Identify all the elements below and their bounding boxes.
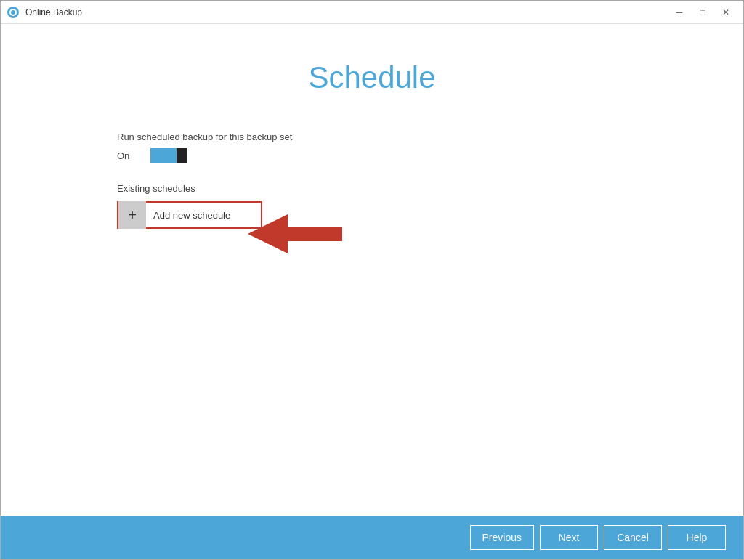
previous-button[interactable]: Previous xyxy=(470,525,534,550)
plus-icon: + xyxy=(118,201,146,229)
maximize-button[interactable]: □ xyxy=(691,1,714,23)
toggle-fill xyxy=(150,148,178,163)
add-schedule-button[interactable]: + Add new schedule xyxy=(117,201,262,229)
existing-schedules-label: Existing schedules xyxy=(117,183,627,194)
toggle-state-label: On xyxy=(117,150,139,161)
app-icon xyxy=(7,6,20,19)
app-window: Online Backup ─ □ ✕ Schedule Run schedul… xyxy=(0,0,744,560)
add-schedule-label: Add new schedule xyxy=(146,210,230,221)
page-title: Schedule xyxy=(117,60,627,95)
minimize-button[interactable]: ─ xyxy=(668,1,691,23)
footer: Previous Next Cancel Help xyxy=(1,516,743,559)
run-scheduled-label: Run scheduled backup for this backup set xyxy=(117,131,627,142)
cancel-button[interactable]: Cancel xyxy=(604,525,662,550)
main-content: Schedule Run scheduled backup for this b… xyxy=(1,24,743,516)
next-button[interactable]: Next xyxy=(540,525,598,550)
close-button[interactable]: ✕ xyxy=(714,1,737,23)
help-button[interactable]: Help xyxy=(668,525,726,550)
window-title: Online Backup xyxy=(25,7,668,17)
window-controls: ─ □ ✕ xyxy=(668,1,737,23)
schedule-toggle[interactable] xyxy=(150,148,187,163)
toggle-thumb xyxy=(177,148,187,163)
title-bar: Online Backup ─ □ ✕ xyxy=(1,1,743,24)
toggle-row: On xyxy=(117,148,627,163)
svg-point-0 xyxy=(7,7,19,18)
